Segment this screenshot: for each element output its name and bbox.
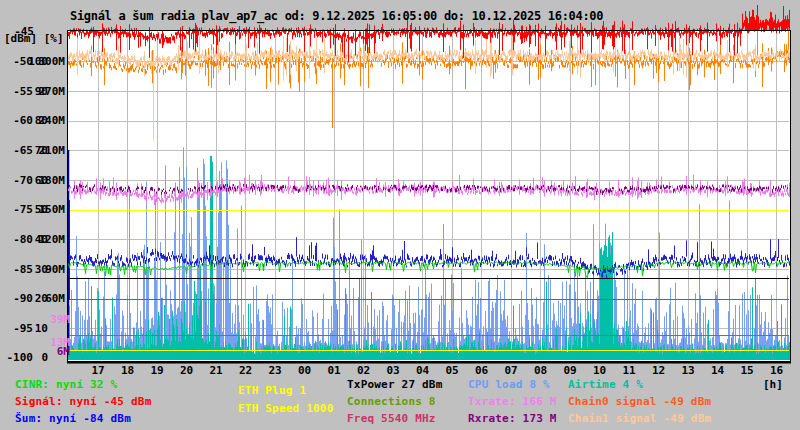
y-axis-row: -50100300M (0, 56, 65, 67)
graph-page: Signál a šum radia plav_ap7_ac od: 9.12.… (0, 0, 800, 430)
y-axis-rate-label: 180M (39, 175, 66, 186)
y-axis-row: -5590270M (0, 86, 65, 97)
legend-item-eth-plug: ETH Plug 1 (238, 385, 306, 396)
y-axis-rate-label: 240M (39, 115, 66, 126)
legend-item-connections: Connections 8 (347, 396, 436, 407)
x-axis-hour-label: 00 (298, 365, 311, 376)
y-axis-row: -902060M (0, 293, 65, 304)
x-axis-hour-label: 03 (386, 365, 399, 376)
y-axis-row: -6080240M (0, 115, 65, 126)
y-axis-rate-label: 60M (45, 293, 65, 304)
legend-item-chain0: Chain0 signal -49 dBm (568, 396, 711, 407)
y-axis-row: -8040120M (0, 234, 65, 245)
x-axis-hour-label: 09 (563, 365, 576, 376)
x-axis-hour-label: 02 (357, 365, 370, 376)
x-axis-hour-labels: 1718192021222300010203040506070809101112… (0, 365, 800, 377)
x-axis-hour-label: 10 (593, 365, 606, 376)
y-axis-dbm-label: -70 (13, 175, 33, 186)
x-axis-hour-label: 18 (121, 365, 134, 376)
x-axis-hour-label: 05 (445, 365, 458, 376)
txrate-min-marker: 39M (40, 314, 70, 325)
x-axis-hour-label: 11 (622, 365, 635, 376)
y-axis-unit-header: [dBm] [%] (4, 33, 64, 44)
legend-item-noise: Šum: nyní -84 dBm (15, 413, 131, 424)
legend-item-txrate: Txrate: 166 M (468, 396, 557, 407)
x-axis-hour-label: 17 (91, 365, 104, 376)
y-axis-dbm-label: -100 (7, 352, 34, 363)
x-axis-hour-label: 06 (475, 365, 488, 376)
legend-item-freq: Freq 5540 MHz (347, 413, 436, 424)
x-axis-hour-label: 15 (740, 365, 753, 376)
legend-item-txpower: TxPower 27 dBm (347, 379, 443, 390)
y-axis-dbm-label: -85 (13, 264, 33, 275)
y-axis-dbm-label: -95 (13, 323, 33, 334)
x-axis-hour-label: 01 (327, 365, 340, 376)
x-axis-unit-label: [h] (763, 379, 783, 390)
y-axis-dbm-label: -90 (13, 293, 33, 304)
x-axis-hour-label: 23 (268, 365, 281, 376)
y-axis-rate-label: 150M (39, 204, 66, 215)
x-axis-hour-label: 08 (534, 365, 547, 376)
rxrate-min-marker: 6M (40, 346, 70, 357)
y-axis-rate-label: 120M (39, 234, 66, 245)
x-axis-hour-label: 21 (209, 365, 222, 376)
x-axis-hour-label: 13 (681, 365, 694, 376)
y-axis-row: -7060180M (0, 175, 65, 186)
y-axis-dbm-label: -80 (13, 234, 33, 245)
legend-item-cpu-load: CPU load 8 % (468, 379, 550, 390)
x-axis-hour-label: 16 (770, 365, 783, 376)
x-axis-hour-label: 22 (239, 365, 252, 376)
y-axis-row: -6570210M (0, 145, 65, 156)
y-axis-dbm-label: -60 (13, 115, 33, 126)
x-axis-hour-label: 07 (504, 365, 517, 376)
y-axis-rate-label: 270M (39, 86, 66, 97)
y-axis-rate-label: 210M (39, 145, 66, 156)
y-axis-row: -7550150M (0, 204, 65, 215)
x-axis-hour-label: 20 (180, 365, 193, 376)
chart-title: Signál a šum radia plav_ap7_ac od: 9.12.… (70, 11, 603, 22)
y-axis-dbm-label: -65 (13, 145, 33, 156)
x-axis-hour-label: 04 (416, 365, 429, 376)
y-axis-rate-label: 300M (39, 56, 66, 67)
legend-item-signal: Signál: nyní -45 dBm (15, 396, 151, 407)
y-axis-row: -853090M (0, 264, 65, 275)
legend-item-chain1: Chain1 signal -49 dBm (568, 413, 711, 424)
y-axis-dbm-label: -55 (13, 86, 33, 97)
legend-item-eth-speed: ETH Speed 1000 (238, 403, 334, 414)
y-axis-rate-label: 90M (45, 264, 65, 275)
x-axis-hour-label: 19 (150, 365, 163, 376)
legend-item-rxrate: Rxrate: 173 M (468, 413, 557, 424)
y-axis-dbm-label: -75 (13, 204, 33, 215)
x-axis-hour-label: 14 (711, 365, 724, 376)
legend-item-cinr: CINR: nyní 32 % (15, 379, 117, 390)
legend-item-airtime: Airtime 4 % (568, 379, 643, 390)
x-axis-hour-label: 12 (652, 365, 665, 376)
